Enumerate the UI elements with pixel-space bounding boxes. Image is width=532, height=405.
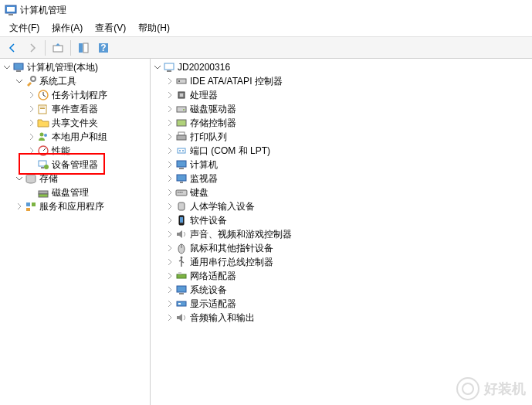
chevron-right-icon[interactable] — [164, 90, 175, 100]
back-button[interactable] — [3, 39, 22, 57]
menu-action[interactable]: 操作(A) — [46, 20, 89, 36]
chevron-right-icon[interactable] — [164, 271, 175, 281]
tree-event-viewer[interactable]: 事件查看器 — [0, 102, 150, 116]
chevron-down-icon[interactable] — [152, 62, 163, 73]
tree-shared-folders[interactable]: 共享文件夹 — [0, 116, 150, 130]
device-hid[interactable]: 人体学输入设备 — [151, 199, 532, 213]
svg-rect-25 — [32, 202, 36, 206]
tree-performance[interactable]: 性能 — [0, 144, 150, 158]
chevron-right-icon[interactable] — [26, 131, 37, 142]
svg-rect-43 — [177, 175, 186, 181]
svg-text:?: ? — [100, 43, 106, 53]
tree-storage[interactable]: 存储 — [0, 172, 150, 185]
chevron-right-icon[interactable] — [26, 145, 37, 156]
display-adapter-icon — [175, 298, 188, 310]
chevron-right-icon[interactable] — [14, 201, 25, 212]
chevron-right-icon[interactable] — [164, 215, 175, 226]
device-ide-ata[interactable]: IDE ATA/ATAPI 控制器 — [151, 74, 532, 88]
svg-rect-33 — [177, 107, 186, 112]
device-computer[interactable]: 计算机 — [151, 158, 532, 172]
tree-root[interactable]: 计算机管理(本地) — [0, 60, 150, 74]
chevron-right-icon[interactable] — [26, 90, 37, 100]
up-button[interactable] — [49, 39, 67, 57]
chevron-right-icon[interactable] — [164, 312, 175, 323]
chevron-right-icon[interactable] — [26, 104, 37, 114]
svg-rect-30 — [178, 80, 180, 82]
tree-label: 本地用户和组 — [52, 131, 107, 144]
chevron-right-icon[interactable] — [164, 229, 175, 240]
svg-point-15 — [40, 133, 44, 137]
menu-view[interactable]: 查看(V) — [89, 20, 132, 36]
device-disk-drives[interactable]: 磁盘驱动器 — [151, 102, 532, 116]
tree-task-scheduler[interactable]: 任务计划程序 — [0, 88, 150, 102]
svg-rect-42 — [179, 168, 184, 169]
device-audio-inputs[interactable]: 音频输入和输出 — [151, 311, 532, 325]
ports-icon — [175, 145, 188, 157]
device-display[interactable]: 显示适配器 — [151, 297, 532, 311]
chevron-right-icon[interactable] — [164, 117, 175, 128]
svg-point-53 — [181, 257, 183, 259]
svg-point-16 — [44, 134, 47, 137]
audio-icon — [175, 311, 188, 324]
speaker-icon — [175, 228, 188, 240]
chevron-right-icon[interactable] — [164, 159, 175, 170]
device-print-queues[interactable]: 打印队列 — [151, 130, 532, 144]
device-root[interactable]: JD20200316 — [151, 60, 532, 74]
device-storage-controllers[interactable]: 存储控制器 — [151, 116, 532, 130]
chevron-right-icon[interactable] — [164, 243, 175, 254]
svg-rect-19 — [41, 167, 44, 168]
chevron-right-icon[interactable] — [164, 187, 175, 198]
device-system[interactable]: 系统设备 — [151, 283, 532, 297]
device-processors[interactable]: 处理器 — [151, 88, 532, 102]
svg-rect-41 — [177, 161, 186, 167]
chevron-right-icon[interactable] — [164, 298, 175, 309]
chevron-right-icon[interactable] — [164, 257, 175, 267]
tree-label: 监视器 — [190, 172, 218, 185]
expander-placeholder — [26, 187, 37, 198]
menu-help[interactable]: 帮助(H) — [132, 20, 176, 36]
device-mice[interactable]: 鼠标和其他指针设备 — [151, 241, 532, 255]
chevron-right-icon[interactable] — [164, 76, 175, 87]
tree-system-tools[interactable]: 系统工具 — [0, 74, 150, 88]
menu-file[interactable]: 文件(F) — [3, 20, 46, 36]
chevron-down-icon[interactable] — [2, 62, 12, 73]
printer-icon — [175, 131, 188, 143]
app-icon — [5, 4, 17, 16]
tree-label: 处理器 — [190, 89, 218, 102]
expander-placeholder — [26, 159, 37, 170]
device-sound-video[interactable]: 声音、视频和游戏控制器 — [151, 227, 532, 241]
svg-rect-24 — [26, 202, 30, 206]
svg-point-10 — [31, 77, 36, 81]
device-network[interactable]: 网络适配器 — [151, 269, 532, 283]
chevron-right-icon[interactable] — [164, 145, 175, 156]
svg-point-20 — [44, 165, 49, 169]
device-software[interactable]: 软件设备 — [151, 213, 532, 227]
device-monitors[interactable]: 监视器 — [151, 172, 532, 185]
help-button[interactable]: ? — [94, 39, 113, 57]
svg-rect-5 — [83, 43, 88, 53]
forward-button[interactable] — [23, 39, 42, 57]
chevron-right-icon[interactable] — [164, 173, 175, 184]
tree-label: 系统工具 — [39, 75, 76, 88]
chevron-right-icon[interactable] — [164, 284, 175, 295]
show-hide-tree-button[interactable] — [74, 39, 93, 57]
tree-device-manager[interactable]: 设备管理器 — [0, 158, 150, 172]
tree-services-apps[interactable]: 服务和应用程序 — [0, 199, 150, 213]
device-usb[interactable]: 通用串行总线控制器 — [151, 255, 532, 269]
device-ports[interactable]: 端口 (COM 和 LPT) — [151, 144, 532, 158]
chevron-down-icon[interactable] — [14, 76, 25, 87]
chevron-right-icon[interactable] — [164, 201, 175, 212]
device-keyboards[interactable]: 键盘 — [151, 185, 532, 199]
chevron-right-icon[interactable] — [164, 131, 175, 142]
tools-icon — [25, 75, 37, 87]
mouse-icon — [175, 242, 188, 254]
chevron-right-icon[interactable] — [26, 117, 37, 128]
tree-local-users[interactable]: 本地用户和组 — [0, 130, 150, 144]
chevron-right-icon[interactable] — [164, 104, 175, 114]
tree-label: IDE ATA/ATAPI 控制器 — [190, 75, 283, 88]
event-log-icon — [37, 103, 49, 115]
ide-controller-icon — [175, 75, 188, 87]
svg-rect-26 — [26, 208, 30, 211]
chevron-down-icon[interactable] — [14, 173, 25, 184]
tree-disk-management[interactable]: 磁盘管理 — [0, 185, 150, 199]
